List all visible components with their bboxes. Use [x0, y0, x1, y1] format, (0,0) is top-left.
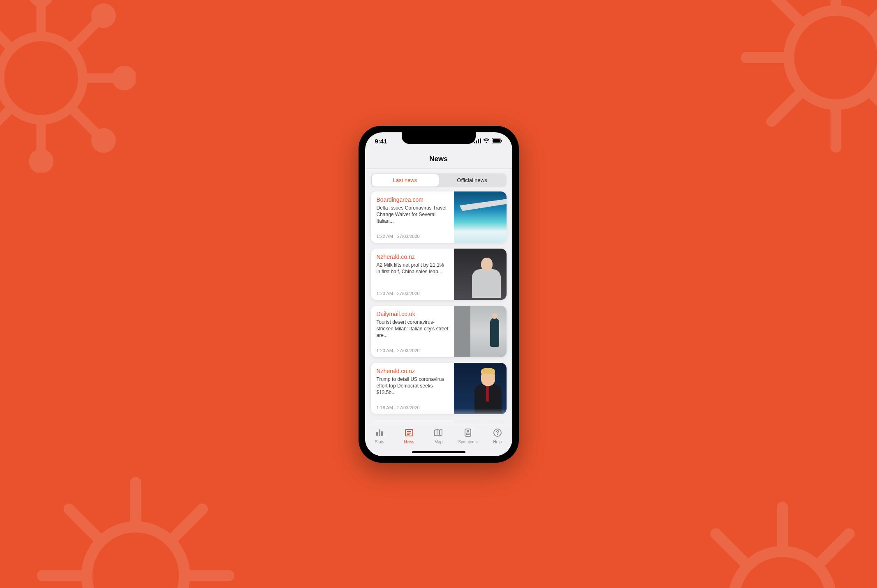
stats-icon [375, 428, 384, 438]
news-card[interactable]: Dailymail.co.uk Tourist desert coronavir… [371, 306, 507, 357]
svg-line-40 [716, 534, 745, 563]
svg-point-17 [87, 527, 185, 588]
svg-line-6 [73, 110, 98, 135]
status-time: 9:41 [375, 138, 387, 145]
news-icon [404, 428, 414, 438]
tab-label: News [404, 440, 414, 444]
svg-line-22 [69, 509, 98, 538]
tab-label: Help [493, 440, 502, 444]
svg-point-15 [96, 8, 111, 23]
news-source: Dailymail.co.uk [377, 311, 449, 317]
svg-line-32 [872, 94, 877, 122]
tab-label: Map [435, 440, 442, 444]
news-thumbnail [454, 191, 507, 243]
news-card[interactable]: Sputniknews.com [371, 420, 507, 425]
news-timestamp: 1:22 AM - 27/03/2020 [377, 234, 449, 239]
svg-line-34 [772, 94, 800, 122]
tab-label: Stats [375, 440, 384, 444]
map-icon [433, 428, 443, 438]
svg-point-12 [117, 71, 132, 86]
svg-point-35 [734, 551, 831, 588]
background-virus-icon [0, 0, 136, 173]
phone-frame: 9:41 News Last news Official news Boardi… [359, 126, 519, 463]
segment-last-news[interactable]: Last news [372, 174, 439, 187]
background-virus-icon [671, 489, 877, 588]
phone-notch [402, 132, 476, 144]
svg-line-24 [174, 509, 202, 538]
svg-line-33 [872, 0, 877, 21]
svg-line-8 [0, 110, 9, 135]
news-headline: Tourist desert coronavirus-stricken Mila… [377, 319, 449, 339]
svg-rect-44 [474, 142, 475, 143]
battery-icon [492, 138, 502, 145]
news-headline: Delta Issues Coronavirus Travel Change W… [377, 205, 449, 225]
news-timestamp: 1:20 AM - 27/03/2020 [377, 348, 449, 353]
nav-bar: News [365, 150, 512, 168]
news-card[interactable]: Nzherald.co.nz A2 Milk lifts net profit … [371, 249, 507, 300]
svg-point-0 [0, 37, 83, 120]
news-timestamp: 1:18 AM - 27/03/2020 [377, 405, 449, 410]
news-feed[interactable]: Boardingarea.com Delta Issues Coronaviru… [365, 190, 512, 425]
svg-rect-51 [376, 432, 378, 436]
svg-line-7 [73, 21, 98, 46]
news-source: Nzherald.co.nz [377, 368, 449, 374]
segment-official-news[interactable]: Official news [439, 174, 506, 187]
svg-point-63 [497, 434, 498, 435]
news-headline: A2 Milk lifts net profit by 21.1% in fir… [377, 262, 449, 275]
svg-line-42 [820, 534, 849, 563]
news-thumbnail [454, 420, 507, 425]
news-filter-segmented: Last news Official news [371, 173, 507, 187]
news-card[interactable]: Boardingarea.com Delta Issues Coronaviru… [371, 191, 507, 243]
news-thumbnail [454, 249, 507, 300]
svg-point-9 [34, 0, 49, 2]
news-thumbnail [454, 363, 507, 414]
svg-rect-50 [501, 140, 502, 142]
svg-rect-49 [493, 139, 500, 143]
svg-point-10 [34, 154, 49, 169]
svg-rect-45 [476, 141, 477, 143]
svg-point-61 [467, 430, 469, 432]
svg-rect-46 [478, 139, 479, 143]
background-virus-icon [25, 465, 247, 588]
svg-rect-52 [379, 429, 380, 436]
page-title: News [429, 155, 447, 163]
symptoms-icon [463, 428, 473, 438]
svg-rect-47 [480, 138, 481, 143]
news-thumbnail [454, 306, 507, 357]
svg-line-5 [0, 21, 9, 46]
home-indicator[interactable] [412, 451, 465, 453]
tab-stats[interactable]: Stats [365, 428, 395, 456]
news-timestamp: 1:20 AM - 27/03/2020 [377, 291, 449, 296]
background-virus-icon [729, 0, 877, 164]
tab-label: Symptoms [458, 440, 477, 444]
svg-line-31 [772, 0, 800, 21]
tab-help[interactable]: Help [483, 428, 512, 456]
phone-screen: 9:41 News Last news Official news Boardi… [365, 132, 512, 456]
news-headline: Trump to detail US coronavirus effort to… [377, 376, 449, 396]
svg-rect-53 [381, 431, 383, 436]
svg-point-26 [789, 11, 877, 105]
wifi-icon [483, 138, 490, 145]
news-card[interactable]: Nzherald.co.nz Trump to detail US corona… [371, 363, 507, 414]
news-source: Boardingarea.com [377, 196, 449, 203]
news-source: Nzherald.co.nz [377, 254, 449, 260]
svg-point-14 [96, 133, 111, 148]
help-icon [493, 428, 502, 438]
